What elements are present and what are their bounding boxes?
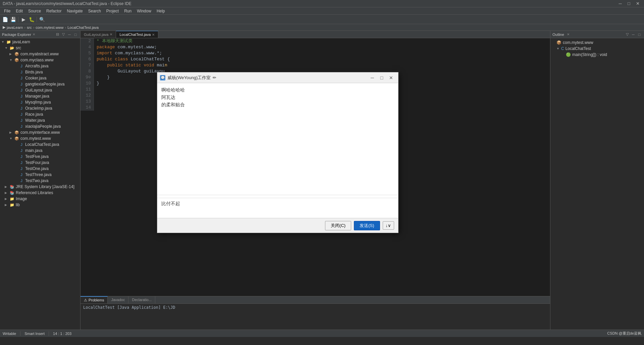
java-icon: J xyxy=(19,69,24,75)
tab-close-localchattest[interactable]: ✕ xyxy=(152,33,155,37)
minimize-button[interactable]: ─ xyxy=(616,1,624,6)
dialog-titlebar: 💬 威杨(WeYoung)工作室 ✏ ─ □ ✕ xyxy=(157,72,398,83)
menu-item-refactor[interactable]: Refactor xyxy=(44,8,64,14)
outline-maximize-button[interactable]: □ xyxy=(637,32,642,37)
breadcrumb-src[interactable]: src xyxy=(27,25,32,30)
tree-item-src[interactable]: ▼ 📂 src xyxy=(0,45,80,51)
tab-localchattest[interactable]: LocalChatTest.java ✕ xyxy=(116,31,158,38)
package-tree[interactable]: ▼ 📁 javaLearn ▼ 📂 src ▶ 📦 com.myabstract… xyxy=(0,38,80,330)
tree-item-testfour[interactable]: J TestFour.java xyxy=(0,160,80,166)
bottom-panel: ⚠ Problems Javadoc Declaratio... LocalCh… xyxy=(80,296,550,330)
chat-dialog[interactable]: 💬 威杨(WeYoung)工作室 ✏ ─ □ ✕ 啊哈哈哈哈 阿瓦达 的柔和贴合… xyxy=(157,72,398,233)
menu-item-navigate[interactable]: Navigate xyxy=(64,8,85,14)
menu-item-edit[interactable]: Edit xyxy=(13,8,25,14)
panel-menu-button[interactable]: ▽ xyxy=(61,32,66,37)
collapse-all-button[interactable]: ⊟ xyxy=(55,32,60,37)
dialog-minimize-button[interactable]: ─ xyxy=(368,74,377,81)
cursor-position: 14 : 1 : 203 xyxy=(53,332,71,336)
tree-label: Aircrafts.java xyxy=(25,64,48,68)
title-bar: DATA - javaLearn/src/com/mytest/www/Loca… xyxy=(0,0,644,7)
tree-item-birds[interactable]: J Birds.java xyxy=(0,69,80,75)
tree-item-myinterface[interactable]: ▶ 📦 com.myinterface.www xyxy=(0,129,80,135)
close-chat-button[interactable]: 关闭(C) xyxy=(325,221,351,230)
menu-item-run[interactable]: Run xyxy=(121,8,134,14)
tree-item-localchattest[interactable]: J LocalChatTest.java xyxy=(0,141,80,148)
outline-item-package[interactable]: 📦 com.mytest.www xyxy=(550,40,644,46)
outline-label: com.mytest.www xyxy=(563,40,593,45)
tree-item-xiaolajia[interactable]: J xiaolajiaPeople.java xyxy=(0,123,80,129)
tree-item-testthree[interactable]: J TestThree.java xyxy=(0,172,80,178)
breadcrumb-javalearn[interactable]: javaLearn xyxy=(7,25,23,30)
tab-declaration[interactable]: Declaratio... xyxy=(128,296,155,303)
tree-item-jre[interactable]: ▶ 📚 JRE System Library [JavaSE-14] xyxy=(0,184,80,190)
breadcrumb: ▶ javaLearn › src › com.mytest.www › Loc… xyxy=(0,24,644,31)
maximize-button[interactable]: □ xyxy=(625,1,633,6)
csdn-text: CSDN @重启de蓝枫 xyxy=(607,331,641,336)
tree-item-mytest[interactable]: ▼ 📦 com.mytest.www xyxy=(0,135,80,141)
tree-item-gangtiexia[interactable]: J gangtiexiaPeople.java xyxy=(0,81,80,87)
debug-button[interactable]: 🐛 xyxy=(28,16,35,23)
breadcrumb-file[interactable]: LocalChatTest.java xyxy=(67,25,99,30)
search-button[interactable]: 🔍 xyxy=(38,16,46,23)
tree-item-testfive[interactable]: J TestFive.java xyxy=(0,154,80,160)
tree-item-waiter[interactable]: J Waiter.java xyxy=(0,117,80,123)
menu-item-help[interactable]: Help xyxy=(154,8,168,14)
send-dropdown-button[interactable]: ↓∨ xyxy=(383,221,394,230)
tree-item-testtwo[interactable]: J TestTwo.java xyxy=(0,178,80,184)
expand-arrow: ▶ xyxy=(5,197,9,200)
chat-message-2: 阿瓦达 xyxy=(161,95,394,101)
panel-maximize-button[interactable]: □ xyxy=(73,32,78,37)
chat-input-area[interactable]: 比付不起 xyxy=(157,198,398,218)
breadcrumb-sep-2: › xyxy=(33,25,35,30)
tree-item-testone[interactable]: J TestOne.java xyxy=(0,166,80,172)
save-button[interactable]: 💾 xyxy=(9,16,17,23)
toolbar: 📄 💾 ▶ 🐛 🔍 xyxy=(0,15,644,24)
tab-close-guilayout[interactable]: ✕ xyxy=(110,33,112,36)
outline-tree[interactable]: 📦 com.mytest.www ▼ C LocalChatTest 🟢 mai… xyxy=(550,38,644,330)
tree-item-oracleimp[interactable]: J OracleImp.java xyxy=(0,105,80,111)
line-numbers: 2 4 5 6 7 8 9⊙ 10 11 12 13 14 xyxy=(80,38,94,111)
menu-item-window[interactable]: Window xyxy=(134,8,154,14)
java-icon: J xyxy=(19,94,24,99)
outline-minimize-button[interactable]: ─ xyxy=(631,32,636,37)
run-button[interactable]: ▶ xyxy=(20,16,27,23)
tree-item-image[interactable]: ▶ 📁 Image xyxy=(0,196,80,202)
dialog-maximize-button[interactable]: □ xyxy=(377,74,386,81)
dialog-close-button[interactable]: ✕ xyxy=(387,74,395,81)
tree-item-aircrafts[interactable]: J Aircrafts.java xyxy=(0,63,80,69)
menu-item-search[interactable]: Search xyxy=(86,8,104,14)
outline-item-class[interactable]: ▼ C LocalChatTest xyxy=(550,46,644,52)
tree-item-main[interactable]: J main.java xyxy=(0,148,80,154)
tree-item-cooker[interactable]: J Cooker.java xyxy=(0,75,80,81)
close-icon: ✕ xyxy=(33,33,35,36)
editor-tabs: GuiLayout.java ✕ LocalChatTest.java ✕ xyxy=(80,31,550,38)
close-button[interactable]: ✕ xyxy=(634,1,641,6)
new-button[interactable]: 📄 xyxy=(1,16,9,23)
tab-guilayout[interactable]: GuiLayout.java ✕ xyxy=(80,31,116,38)
tab-javadoc[interactable]: Javadoc xyxy=(108,296,128,303)
menu-item-project[interactable]: Project xyxy=(104,8,121,14)
method-icon: 🟢 xyxy=(566,52,571,57)
tree-item-myclass[interactable]: ▼ 📦 com.myclass.www xyxy=(0,57,80,63)
tree-item-manager[interactable]: J Manager.java xyxy=(0,93,80,99)
tree-item-myabstract[interactable]: ▶ 📦 com.myabstract.www xyxy=(0,51,80,57)
tree-item-javalearn[interactable]: ▼ 📁 javaLearn xyxy=(0,39,80,45)
tree-item-mysqlimp[interactable]: J MysqlImp.java xyxy=(0,99,80,105)
outline-item-method[interactable]: 🟢 main(String[]) : void xyxy=(550,52,644,58)
chat-input-text[interactable]: 比付不起 xyxy=(161,201,394,207)
tree-item-guilayout[interactable]: J GuiLayout.java xyxy=(0,87,80,93)
menu-item-file[interactable]: File xyxy=(1,8,13,14)
tree-item-race[interactable]: J Race.java xyxy=(0,111,80,117)
status-separator-2 xyxy=(49,331,49,336)
panel-minimize-button[interactable]: ─ xyxy=(67,32,72,37)
dialog-chat-area[interactable]: 啊哈哈哈哈 阿瓦达 的柔和贴合 xyxy=(157,83,398,195)
outline-menu-button[interactable]: ▽ xyxy=(625,32,630,37)
tree-item-lib[interactable]: ▶ 📁 lib xyxy=(0,202,80,208)
java-icon: J xyxy=(19,154,24,159)
breadcrumb-package[interactable]: com.mytest.www xyxy=(36,25,63,30)
send-button[interactable]: 发送(S) xyxy=(354,221,380,230)
menu-item-source[interactable]: Source xyxy=(25,8,44,14)
tree-label: TestThree.java xyxy=(25,172,52,177)
tab-problems[interactable]: ⚠ Problems xyxy=(80,296,108,303)
tree-item-referenced-libraries[interactable]: ▶ 📚 Referenced Libraries xyxy=(0,190,80,196)
